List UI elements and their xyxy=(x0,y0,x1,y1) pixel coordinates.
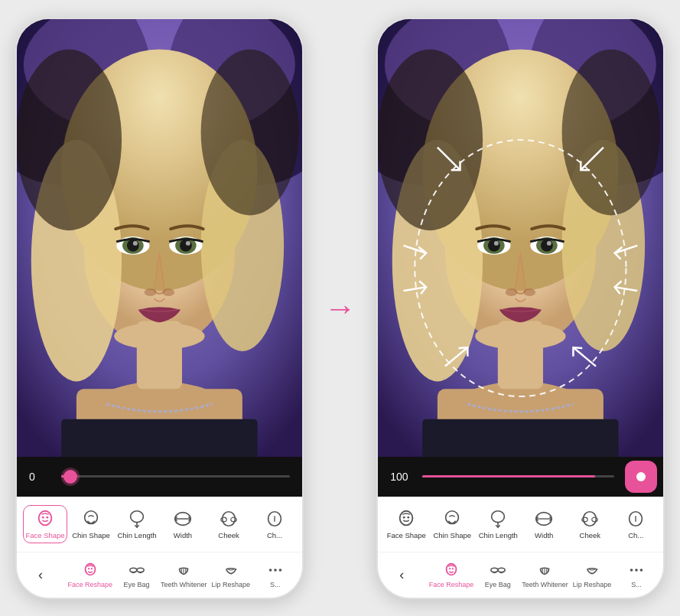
face-reshape-icon-before xyxy=(82,562,99,579)
tool-chin-shape-after[interactable]: Chin Shape xyxy=(430,506,474,543)
svg-point-22 xyxy=(145,288,157,296)
svg-point-69 xyxy=(541,239,553,251)
back-icon-after[interactable]: ‹ xyxy=(393,564,416,586)
slider-thumb-after[interactable] xyxy=(625,461,657,493)
nav-label-teeth-after: Teeth Whitener xyxy=(522,581,568,588)
svg-point-87 xyxy=(492,511,505,523)
svg-point-20 xyxy=(180,239,192,251)
more-icon-after xyxy=(626,509,646,529)
svg-point-27 xyxy=(46,517,48,519)
svg-point-12 xyxy=(17,49,122,230)
slider-before[interactable]: 0 xyxy=(17,457,302,497)
back-icon-before[interactable]: ‹ xyxy=(32,564,55,586)
svg-point-33 xyxy=(223,512,236,526)
width-icon-after xyxy=(534,509,554,529)
nav-back-after[interactable]: ‹ xyxy=(384,561,425,589)
nav-row-before: ‹ Face Reshape Eye Ba xyxy=(17,552,302,598)
nav-teeth-whitener-after[interactable]: Teeth Whitener xyxy=(522,559,568,592)
svg-point-99 xyxy=(491,568,498,572)
tool-chin-length-before[interactable]: Chin Length xyxy=(115,506,159,543)
tool-more-before[interactable]: Ch... xyxy=(252,506,297,543)
svg-point-39 xyxy=(88,568,89,569)
svg-point-47 xyxy=(274,569,277,572)
tool-face-shape-before[interactable]: Face Shape xyxy=(23,505,67,543)
nav-label-face-reshape-after: Face Reshape xyxy=(429,581,474,588)
svg-point-40 xyxy=(91,568,93,569)
lip-icon-before xyxy=(223,562,239,579)
portrait-svg-right xyxy=(378,19,663,457)
tool-width-after[interactable]: Width xyxy=(522,506,566,543)
nav-more-before[interactable]: S... xyxy=(255,559,296,592)
chin-length-icon-before xyxy=(127,509,147,529)
svg-point-26 xyxy=(42,517,44,519)
slider-thumb-before[interactable] xyxy=(63,470,77,484)
cheek-icon-before xyxy=(219,509,239,529)
portrait-svg-left xyxy=(17,19,302,457)
svg-point-24 xyxy=(114,322,204,350)
face-image-before xyxy=(17,19,302,457)
nav-row-after: ‹ Face Reshape Eye Ba xyxy=(378,552,663,598)
tool-face-shape-after[interactable]: Face Shape xyxy=(384,506,428,543)
teeth-icon-before xyxy=(175,562,192,579)
chin-length-icon-after xyxy=(488,509,508,529)
face-shape-icon-after xyxy=(396,509,416,529)
svg-point-86 xyxy=(446,511,459,524)
svg-point-13 xyxy=(201,49,299,215)
svg-point-62 xyxy=(562,49,660,215)
nav-more-after[interactable]: S... xyxy=(616,559,657,592)
nav-label-face-reshape-before: Face Reshape xyxy=(68,581,113,588)
svg-point-28 xyxy=(85,511,98,524)
svg-point-91 xyxy=(584,512,597,526)
tool-label-chin-length-after: Chin Length xyxy=(479,531,518,539)
svg-point-84 xyxy=(403,517,405,519)
nav-face-reshape-before[interactable]: Face Reshape xyxy=(67,559,113,592)
slider-value-before: 0 xyxy=(29,471,54,483)
svg-point-98 xyxy=(452,568,454,569)
between-arrow: → xyxy=(317,290,363,327)
lip-icon-after xyxy=(584,562,600,579)
nav-back-before[interactable]: ‹ xyxy=(23,561,64,589)
svg-point-66 xyxy=(494,240,499,245)
svg-point-48 xyxy=(278,569,281,572)
slider-value-after: 100 xyxy=(390,471,415,483)
svg-point-23 xyxy=(162,288,174,296)
tool-cheek-before[interactable]: Cheek xyxy=(207,506,251,543)
nav-label-eye-bag-after: Eye Bag xyxy=(485,581,511,588)
svg-point-46 xyxy=(269,569,272,572)
tool-label-width-before: Width xyxy=(174,531,192,539)
tool-more-after[interactable]: Ch... xyxy=(613,506,658,543)
nav-eye-bag-before[interactable]: Eye Bag xyxy=(116,559,158,592)
more-icon-before xyxy=(265,509,285,529)
tool-chin-shape-before[interactable]: Chin Shape xyxy=(69,506,113,543)
nav-eye-bag-after[interactable]: Eye Bag xyxy=(477,559,519,592)
cheek-icon-after xyxy=(580,509,600,529)
nav-label-eye-bag-before: Eye Bag xyxy=(124,581,150,588)
face-image-after xyxy=(378,19,663,457)
tool-label-cheek-before: Cheek xyxy=(218,531,239,539)
tool-chin-length-after[interactable]: Chin Length xyxy=(476,506,520,543)
tool-cheek-after[interactable]: Cheek xyxy=(568,506,612,543)
tool-label-chin-shape-before: Chin Shape xyxy=(72,531,110,539)
tool-width-before[interactable]: Width xyxy=(161,506,205,543)
svg-point-21 xyxy=(186,240,190,245)
nav-label-more-after: S... xyxy=(631,581,642,588)
slider-track-before[interactable] xyxy=(61,475,290,477)
nav-lip-reshape-after[interactable]: Lip Reshape xyxy=(571,559,613,592)
slider-track-after[interactable] xyxy=(422,475,614,477)
nav-face-reshape-after[interactable]: Face Reshape xyxy=(428,559,474,592)
svg-point-104 xyxy=(630,569,633,572)
phone-before: 0 Face Shape xyxy=(15,18,304,599)
photo-area-after xyxy=(378,19,663,457)
svg-point-17 xyxy=(133,240,138,245)
tool-label-face-shape-after: Face Shape xyxy=(387,531,426,539)
nav-teeth-whitener-before[interactable]: Teeth Whitener xyxy=(161,559,207,592)
slider-after[interactable]: 100 xyxy=(378,457,663,497)
slider-thumb-dot-after xyxy=(636,472,646,481)
eye-bag-icon-after xyxy=(490,562,506,579)
nav-label-lip-after: Lip Reshape xyxy=(573,581,612,588)
tool-label-more-after: Ch... xyxy=(628,531,643,539)
svg-point-97 xyxy=(449,568,451,569)
face-reshape-icon-after xyxy=(443,562,460,579)
svg-point-61 xyxy=(378,49,483,230)
nav-lip-reshape-before[interactable]: Lip Reshape xyxy=(210,559,252,592)
